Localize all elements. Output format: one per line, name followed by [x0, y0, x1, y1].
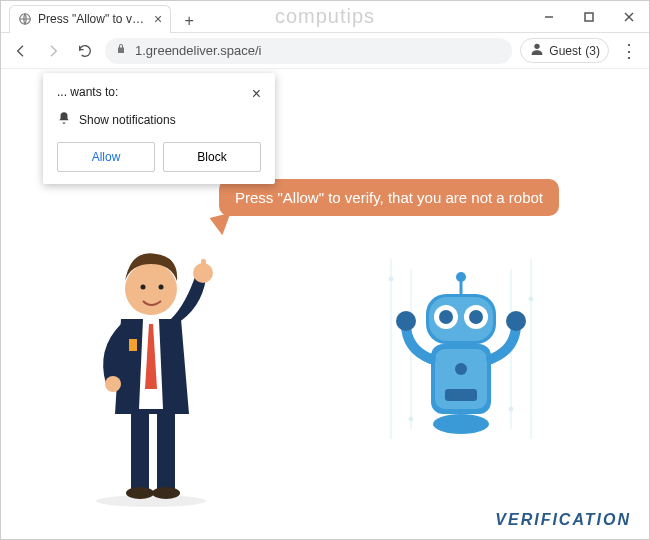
reload-button[interactable] [73, 39, 97, 63]
speech-bubble: Press "Allow" to verify, that you are no… [219, 179, 559, 216]
svg-rect-2 [585, 13, 593, 21]
svg-rect-13 [201, 259, 206, 275]
svg-point-37 [456, 272, 466, 282]
guest-profile-button[interactable]: Guest (3) [520, 38, 609, 63]
browser-window: computips Press "Allow" to verify, that … [0, 0, 650, 540]
address-bar[interactable]: 1.greendeliver.space/i [105, 38, 512, 64]
lock-icon [115, 43, 127, 58]
prompt-permission-text: Show notifications [79, 113, 176, 127]
speech-text: Press "Allow" to verify, that you are no… [219, 179, 559, 216]
guest-label: Guest [549, 44, 581, 58]
svg-point-28 [455, 363, 467, 375]
svg-rect-17 [129, 339, 137, 351]
tab-title: Press "Allow" to verify, that you a [38, 12, 148, 26]
svg-point-23 [529, 297, 533, 301]
prompt-origin-text: ... wants to: [57, 85, 118, 103]
titlebar: computips Press "Allow" to verify, that … [1, 1, 649, 33]
block-button[interactable]: Block [163, 142, 261, 172]
person-icon [529, 41, 545, 60]
bell-icon [57, 111, 71, 128]
new-tab-button[interactable]: + [177, 9, 201, 33]
svg-rect-8 [157, 409, 175, 489]
maximize-button[interactable] [569, 1, 609, 33]
allow-button[interactable]: Allow [57, 142, 155, 172]
page-content: ... wants to: × Show notifications Allow… [1, 69, 649, 539]
guest-count: (3) [585, 44, 600, 58]
svg-point-9 [126, 487, 154, 499]
svg-rect-7 [131, 409, 149, 489]
svg-point-10 [152, 487, 180, 499]
svg-point-11 [105, 376, 121, 392]
svg-point-39 [506, 311, 526, 331]
svg-point-14 [125, 263, 177, 315]
minimize-button[interactable] [529, 1, 569, 33]
browser-tab[interactable]: Press "Allow" to verify, that you a × [9, 5, 171, 33]
svg-point-38 [396, 311, 416, 331]
forward-button[interactable] [41, 39, 65, 63]
close-prompt-icon[interactable]: × [252, 85, 261, 103]
svg-point-6 [96, 495, 206, 507]
menu-button[interactable]: ⋮ [617, 39, 641, 63]
close-window-button[interactable] [609, 1, 649, 33]
robot-illustration [371, 249, 551, 453]
tabstrip: Press "Allow" to verify, that you a × + [1, 1, 201, 33]
businessman-illustration [71, 229, 231, 513]
svg-point-25 [509, 407, 513, 411]
svg-point-22 [389, 277, 393, 281]
svg-point-15 [141, 285, 146, 290]
svg-point-35 [469, 310, 483, 324]
url-text: 1.greendeliver.space/i [135, 43, 261, 58]
window-controls [529, 1, 649, 33]
back-button[interactable] [9, 39, 33, 63]
svg-point-40 [433, 414, 489, 434]
notification-permission-prompt: ... wants to: × Show notifications Allow… [43, 73, 275, 184]
svg-point-5 [535, 44, 540, 49]
watermark-text: computips [275, 5, 375, 28]
verification-label: VERIFICATION [495, 511, 631, 529]
svg-point-24 [409, 417, 413, 421]
svg-point-16 [159, 285, 164, 290]
close-tab-icon[interactable]: × [154, 11, 162, 27]
svg-rect-29 [445, 389, 477, 401]
svg-point-33 [439, 310, 453, 324]
globe-icon [18, 12, 32, 26]
toolbar: 1.greendeliver.space/i Guest (3) ⋮ [1, 33, 649, 69]
